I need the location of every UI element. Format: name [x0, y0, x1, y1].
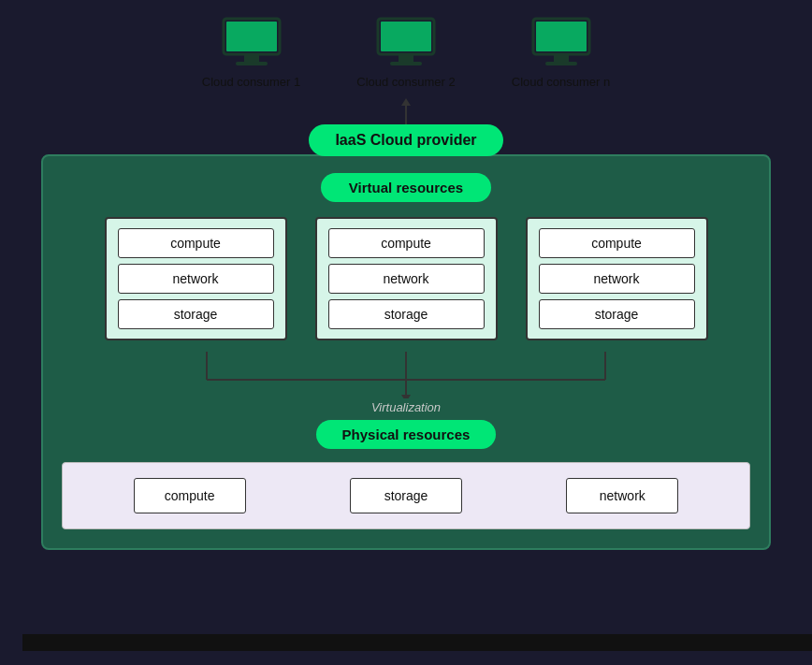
svg-rect-11 [545, 62, 577, 65]
virtual-box-2-storage: storage [328, 299, 485, 329]
consumer-n-label: Cloud consumer n [512, 75, 611, 89]
virtual-box-2: compute network storage [315, 217, 498, 340]
virtual-box-3: compute network storage [526, 217, 708, 340]
svg-rect-10 [554, 54, 569, 62]
diagram-container: Cloud consumer 1 Cloud consumer 2 Cloud … [22, 15, 790, 651]
physical-box: compute storage network [62, 462, 750, 529]
svg-rect-3 [236, 62, 268, 65]
virtual-box-3-storage: storage [539, 299, 695, 329]
physical-compute: compute [134, 478, 246, 513]
physical-section: Physical resources compute storage netwo… [62, 420, 750, 529]
virtual-box-2-network: network [328, 264, 485, 294]
physical-network: network [566, 478, 678, 513]
virtualization-label-row: Virtualization [116, 400, 696, 414]
virtual-box-1-network: network [118, 264, 274, 294]
bottom-bar [22, 634, 812, 651]
svg-rect-6 [399, 54, 413, 62]
svg-marker-17 [401, 395, 411, 398]
virtualization-section: Virtualization [62, 352, 750, 414]
consumer-2: Cloud consumer 2 [356, 15, 456, 89]
svg-rect-7 [390, 62, 422, 65]
virtual-box-1-storage: storage [118, 299, 274, 329]
physical-storage: storage [350, 478, 462, 513]
provider-box: Virtual resources compute network storag… [41, 154, 771, 550]
consumer-1-label: Cloud consumer 1 [202, 75, 301, 89]
consumer-1: Cloud consumer 1 [202, 15, 301, 89]
virtual-box-1-compute: compute [118, 228, 274, 258]
consumer-to-iaas-arrow [401, 98, 411, 124]
virtual-resources-label: Virtual resources [321, 173, 491, 202]
consumers-row: Cloud consumer 1 Cloud consumer 2 Cloud … [202, 15, 611, 89]
svg-rect-1 [226, 22, 277, 51]
svg-rect-9 [536, 22, 587, 51]
iaas-label: IaaS Cloud provider [309, 124, 502, 156]
consumer-2-label: Cloud consumer 2 [356, 75, 456, 89]
monitor-icon-1 [219, 15, 284, 69]
virtual-box-2-compute: compute [328, 228, 485, 258]
virtual-box-1: compute network storage [105, 217, 287, 340]
svg-rect-5 [381, 22, 431, 51]
physical-resources-label: Physical resources [316, 420, 497, 449]
virtual-box-3-network: network [539, 264, 695, 294]
svg-rect-2 [244, 54, 259, 62]
virtual-resources-row: compute network storage compute network … [105, 217, 708, 340]
virtualization-label: Virtualization [371, 400, 441, 414]
virtual-box-3-compute: compute [539, 228, 695, 258]
virtualization-lines-svg [116, 352, 696, 398]
consumer-n: Cloud consumer n [512, 15, 611, 89]
monitor-icon-2 [373, 15, 439, 69]
monitor-icon-n [529, 15, 594, 69]
